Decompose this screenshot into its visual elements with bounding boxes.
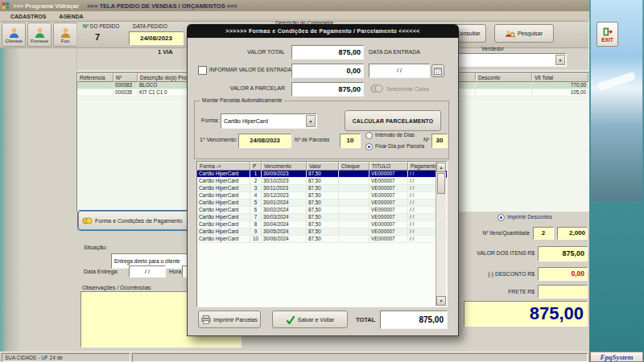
table-cell: / / [408,207,438,214]
forma-combo[interactable]: Cartão HiperCard ▼ [221,113,317,129]
scroll-up-button[interactable]: ▲ [436,162,446,172]
column-header[interactable]: Desconto [476,73,532,82]
vendedor-combo[interactable]: ▼ [448,53,567,67]
exit-button[interactable]: EXIT [597,22,618,47]
table-row[interactable]: Cartão HiperCard1030/06/202487,50VE00000… [197,236,447,243]
situacao-label: Situação: [84,245,107,250]
informar-entrada-label: INFORMAR VALOR DE ENTRADA [209,67,291,72]
table-cell [339,185,369,192]
check-icon [286,315,295,324]
data-entrada-field[interactable]: / / [369,64,430,78]
frete-field[interactable] [538,285,588,298]
column-header[interactable]: Valor [307,162,339,171]
montar-parcelas-label: Montar Parcelas Automáticamente [200,97,284,103]
salvar-voltar-button[interactable]: Salvar e Voltar [272,311,348,328]
imprimir-parcelas-button[interactable]: Imprimir Parcelas [198,311,261,328]
table-cell: 30/06/2024 [262,236,307,243]
table-row[interactable]: Cartão HiperCard530/01/202487,50VE000007… [197,200,447,207]
table-cell: 87,50 [307,200,339,207]
vendedor-label: Vendedor [481,46,504,51]
menu-cadastros[interactable]: CADASTROS [5,14,52,19]
valor-itens-field: 875,00 [538,246,588,261]
scroll-down-button[interactable]: ▼ [436,296,446,306]
column-header[interactable]: P [250,162,262,171]
table-row[interactable]: Cartão HiperCard130/09/202387,50VE000007… [197,171,447,178]
table-cell: 30/02/2024 [262,207,307,214]
informar-entrada-checkbox[interactable] [198,66,207,75]
exit-door-icon [602,27,613,37]
imprimir-descontos-label: Imprimir Descontos [507,214,552,220]
toolbar-funcionarios-button[interactable]: Fun [53,23,77,47]
column-header[interactable]: Cheque [339,162,369,171]
table-cell: 30/12/2023 [262,192,307,200]
table-row[interactable]: Cartão HiperCard830/04/202487,50VE000007… [197,221,447,228]
table-row[interactable]: Cartão HiperCard630/02/202487,50VE000007… [197,207,447,214]
calendar-button[interactable] [431,64,444,77]
table-row[interactable]: Cartão HiperCard230/10/202387,50VE000007… [197,178,447,185]
installments-table: Forma ->PVencimentoValorChequeTITULOPaga… [196,161,448,307]
toolbar-fornecedores-button[interactable]: Fornece [27,23,52,47]
table-cell: Cartão HiperCard [197,185,250,192]
table-cell: VE000007 [369,221,408,228]
column-header[interactable]: Referencia [77,73,114,82]
table-cell: 6 [250,207,262,214]
pesquisar-button[interactable]: Pesquisar [494,24,554,43]
scrollbar[interactable]: ▲ ▼ [436,162,446,306]
fixar-dia-radio[interactable] [365,143,373,150]
payment-modal-title[interactable]: >>>>>> Formas e Condições de Pagamento /… [187,24,459,38]
table-cell: / / [408,200,438,207]
table-cell [339,228,369,236]
table-cell [339,178,369,185]
table-cell: 87,50 [307,214,339,221]
table-row[interactable]: Cartão HiperCard430/12/202387,50VE000007… [197,192,447,200]
fixar-dia-label: Fixar Dia por Parcela [375,143,424,149]
chevron-down-icon[interactable]: ▼ [555,55,565,65]
primeiro-vencimento-field[interactable]: 24/08/2023 [238,134,291,148]
valor-total-label: VALOR TOTAL [211,49,285,55]
coins-icon [82,216,93,225]
table-cell: 30/03/2024 [262,214,307,221]
printer-icon [201,315,211,324]
table-cell: 87,50 [307,207,339,214]
payment-conditions-button[interactable]: Forma e Condições de Pagamento [78,211,189,230]
table-cell: 87,50 [307,221,339,228]
imprimir-parcelas-label: Imprimir Parcelas [213,317,257,323]
table-cell: / / [408,178,438,185]
menu-agenda[interactable]: AGENDA [53,14,89,19]
table-cell: 30/01/2024 [262,200,307,207]
title-bar: >>> Programa Vidraçar >>> TELA PEDIDO DE… [0,0,589,11]
table-cell: Cartão HiperCard [197,214,250,221]
intervalo-dias-radio[interactable] [365,132,373,139]
column-header[interactable]: Pagamento [408,162,438,171]
order-date-field[interactable]: 24/08/2023 [129,31,184,45]
application-window: >>> Programa Vidraçar >>> TELA PEDIDO DE… [0,0,644,362]
toolbar-clientes-button[interactable]: Clientes [2,23,26,47]
num-parcelas-label: Nº de Parcelas [295,137,329,142]
data-entrega-field[interactable]: / / [129,265,166,278]
table-cell: 5 [250,200,262,207]
column-header[interactable]: Forma -> [197,162,250,171]
toolbar-funcionarios-label: Fun [61,39,69,43]
column-header[interactable]: TITULO [369,162,408,171]
table-cell: VE000007 [369,192,408,200]
table-row[interactable]: Cartão HiperCard930/05/202487,50VE000007… [197,228,447,236]
scroll-thumb[interactable] [437,173,445,194]
num-parcelas-field[interactable]: 10 [340,134,361,148]
table-row[interactable]: Cartão HiperCard730/03/202487,50VE000007… [197,214,447,221]
salvar-voltar-label: Salvar e Voltar [298,317,335,323]
table-cell: 3 [250,185,262,192]
table-cell [339,192,369,200]
imprimir-descontos-radio[interactable] [497,214,505,221]
column-header[interactable]: Vencimento [262,162,307,171]
table-cell [339,171,369,178]
table-cell: / / [408,236,438,243]
column-header[interactable]: Vlt Total [532,73,588,82]
table-cell: 8 [250,221,262,228]
dia-field[interactable]: 30 [431,134,448,148]
installments-grid: Forma ->PVencimentoValorChequeTITULOPaga… [197,162,447,243]
calcular-parcelamento-button[interactable]: CALCULAR PARCELAMENTO [345,110,441,131]
column-header[interactable]: Nº [114,73,138,82]
chevron-down-icon[interactable]: ▼ [306,115,316,127]
valor-entrada-field[interactable]: 0,00 [291,64,364,78]
table-row[interactable]: Cartão HiperCard330/11/202387,50VE000007… [197,185,447,192]
